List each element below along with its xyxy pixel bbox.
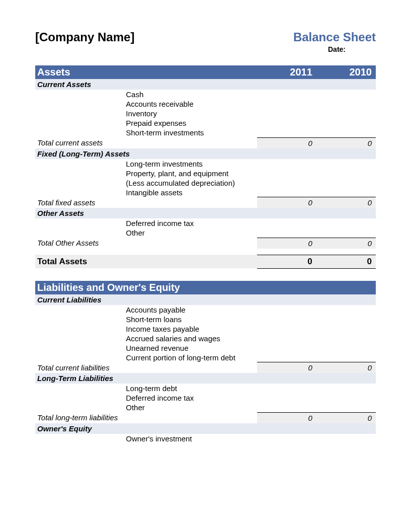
current-assets-header: Current Assets	[35, 79, 376, 90]
item-label: Deferred income tax	[126, 218, 257, 228]
line-item: Owner's investment	[35, 434, 376, 443]
value-cell[interactable]	[316, 434, 376, 443]
value-cell[interactable]	[316, 218, 376, 228]
value-cell[interactable]	[257, 169, 316, 178]
item-label: Prepaid expenses	[126, 118, 257, 128]
line-item: Income taxes payable	[35, 324, 376, 334]
other-assets-title: Other Assets	[35, 208, 376, 218]
line-item: Other	[35, 228, 376, 238]
line-item: Deferred income tax	[35, 393, 376, 403]
total-label: Total current assets	[35, 137, 257, 148]
value-cell[interactable]	[316, 90, 376, 99]
item-label: Accounts receivable	[126, 99, 257, 109]
total-assets-value: 0	[316, 255, 376, 268]
line-item: Cash	[35, 90, 376, 99]
item-label: Other	[126, 403, 257, 412]
document-header: [Company Name] Balance Sheet Date:	[35, 30, 376, 53]
assets-header: Assets 2011 2010	[35, 65, 376, 79]
item-label: (Less accumulated depreciation)	[126, 178, 257, 188]
value-cell[interactable]	[316, 188, 376, 197]
value-cell[interactable]	[316, 118, 376, 128]
value-cell[interactable]	[316, 324, 376, 334]
value-cell[interactable]	[316, 384, 376, 393]
item-label: Accounts payable	[126, 305, 257, 315]
value-cell[interactable]	[257, 178, 316, 188]
line-item: Unearned revenue	[35, 343, 376, 353]
other-assets-header: Other Assets	[35, 208, 376, 218]
value-cell[interactable]	[257, 159, 316, 169]
total-value: 0	[316, 238, 376, 249]
value-cell[interactable]	[316, 393, 376, 403]
value-cell[interactable]	[257, 188, 316, 197]
value-cell[interactable]	[257, 109, 316, 118]
value-cell[interactable]	[316, 109, 376, 118]
total-label: Total Other Assets	[35, 238, 257, 249]
value-cell[interactable]	[257, 384, 316, 393]
date-label: Date:	[293, 45, 376, 53]
value-cell[interactable]	[257, 118, 316, 128]
value-cell[interactable]	[257, 305, 316, 315]
value-cell[interactable]	[257, 315, 316, 324]
line-item: Inventory	[35, 109, 376, 118]
total-value: 0	[316, 137, 376, 148]
value-cell[interactable]	[316, 343, 376, 353]
item-label: Current portion of long-term debt	[126, 353, 257, 362]
total-value: 0	[316, 412, 376, 423]
line-item: Short-term loans	[35, 315, 376, 324]
value-cell[interactable]	[316, 99, 376, 109]
year-1: 2011	[257, 65, 316, 79]
line-item: Long-term debt	[35, 384, 376, 393]
line-item: Property, plant, and equipment	[35, 169, 376, 178]
value-cell[interactable]	[257, 343, 316, 353]
current-liab-title: Current Liabilities	[35, 294, 376, 305]
value-cell[interactable]	[257, 324, 316, 334]
value-cell[interactable]	[316, 305, 376, 315]
value-cell[interactable]	[316, 353, 376, 362]
value-cell[interactable]	[257, 434, 316, 443]
value-cell[interactable]	[316, 159, 376, 169]
value-cell[interactable]	[257, 228, 316, 238]
item-label: Income taxes payable	[126, 324, 257, 334]
item-label: Property, plant, and equipment	[126, 169, 257, 178]
line-item: Intangible assets	[35, 188, 376, 197]
fixed-assets-total: Total fixed assets 0 0	[35, 197, 376, 208]
line-item: Long-term investments	[35, 159, 376, 169]
value-cell[interactable]	[316, 403, 376, 412]
longterm-liab-title: Long-Term Liabilities	[35, 373, 376, 384]
line-item: Accounts payable	[35, 305, 376, 315]
value-cell[interactable]	[316, 334, 376, 343]
value-cell[interactable]	[257, 218, 316, 228]
item-label: Intangible assets	[126, 188, 257, 197]
liabilities-title: Liabilities and Owner's Equity	[35, 281, 376, 294]
value-cell[interactable]	[316, 169, 376, 178]
equity-header: Owner's Equity	[35, 423, 376, 434]
fixed-assets-title: Fixed (Long-Term) Assets	[35, 148, 376, 159]
item-label: Unearned revenue	[126, 343, 257, 353]
item-label: Other	[126, 228, 257, 238]
longterm-liab-total: Total long-term liabilities 0 0	[35, 412, 376, 423]
value-cell[interactable]	[257, 353, 316, 362]
assets-title: Assets	[35, 65, 257, 79]
total-label: Total long-term liabilities	[35, 412, 257, 423]
item-label: Long-term investments	[126, 159, 257, 169]
current-liab-header: Current Liabilities	[35, 294, 376, 305]
value-cell[interactable]	[316, 128, 376, 137]
item-label: Owner's investment	[126, 434, 257, 443]
sheet-title: Balance Sheet	[293, 30, 376, 44]
value-cell[interactable]	[257, 128, 316, 137]
value-cell[interactable]	[257, 99, 316, 109]
value-cell[interactable]	[316, 178, 376, 188]
value-cell[interactable]	[257, 334, 316, 343]
value-cell[interactable]	[316, 228, 376, 238]
line-item: Current portion of long-term debt	[35, 353, 376, 362]
value-cell[interactable]	[257, 393, 316, 403]
value-cell[interactable]	[257, 403, 316, 412]
item-label: Long-term debt	[126, 384, 257, 393]
total-label: Total current liabilities	[35, 362, 257, 373]
item-label: Deferred income tax	[126, 393, 257, 403]
value-cell[interactable]	[257, 90, 316, 99]
total-value: 0	[257, 197, 316, 208]
line-item: Accounts receivable	[35, 99, 376, 109]
value-cell[interactable]	[316, 315, 376, 324]
line-item: Deferred income tax	[35, 218, 376, 228]
